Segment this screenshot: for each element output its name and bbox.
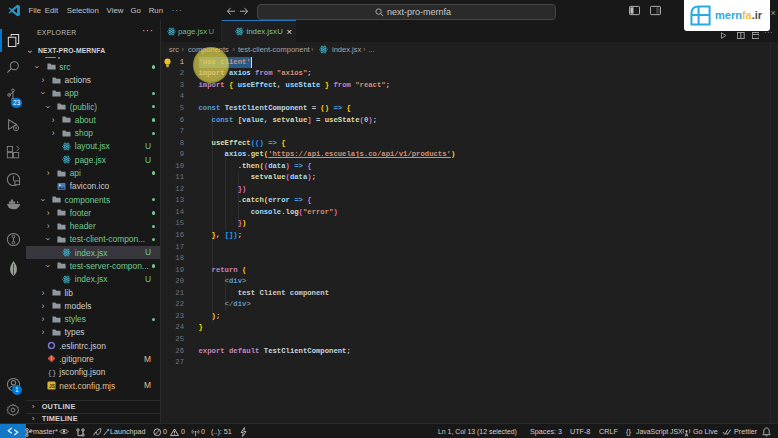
- svg-text:{}: {}: [47, 369, 56, 377]
- svg-text:JS: JS: [49, 384, 56, 389]
